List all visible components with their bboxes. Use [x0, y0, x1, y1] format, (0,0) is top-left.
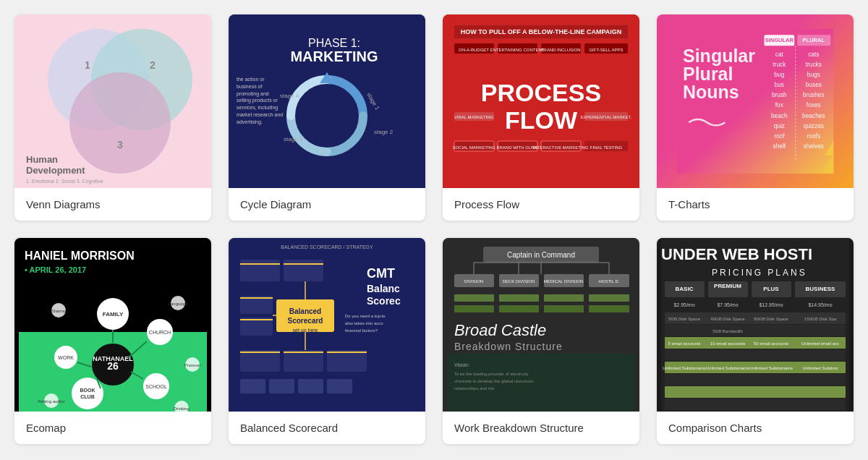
svg-text:truck: truck — [773, 61, 786, 68]
thumbnail-venn: 1 2 3 Human Development 1. Emotional 2. … — [14, 14, 211, 188]
svg-text:PREMIUM: PREMIUM — [714, 283, 741, 289]
svg-rect-163 — [589, 305, 629, 312]
svg-text:stage 3: stage 3 — [284, 136, 303, 142]
svg-text:Broad Castle: Broad Castle — [454, 321, 546, 339]
card-label-balanced: Balanced Scorecard — [229, 412, 425, 444]
svg-rect-125 — [327, 350, 367, 372]
card-balanced-scorecard[interactable]: BALANCED SCORECARD / STRATEGY CMT Balanc… — [229, 238, 425, 444]
svg-rect-139 — [327, 379, 352, 393]
svg-text:BUSINESS: BUSINESS — [806, 286, 836, 292]
svg-rect-122 — [284, 263, 323, 265]
svg-text:$7.95/mo: $7.95/mo — [717, 302, 738, 307]
card-label-tchart: T-Charts — [657, 188, 854, 221]
svg-text:financial factors?: financial factors? — [345, 328, 378, 333]
svg-text:INTERACTIVE MARKETING: INTERACTIVE MARKETING — [532, 145, 588, 150]
svg-text:WORK: WORK — [58, 355, 74, 360]
svg-text:Language: Language — [169, 302, 188, 306]
card-process-flow[interactable]: HOW TO PULL OFF A BELOW-THE-LINE CAMPAIG… — [443, 14, 639, 221]
svg-text:FAMILY: FAMILY — [103, 311, 124, 318]
svg-text:Pronoun: Pronoun — [184, 363, 201, 367]
svg-text:Unlimited Subdomains: Unlimited Subdomains — [749, 366, 793, 370]
svg-text:beaches: beaches — [802, 112, 825, 119]
svg-point-3 — [69, 72, 171, 174]
svg-text:stage 2: stage 2 — [374, 129, 393, 135]
card-work-breakdown[interactable]: Captain in Command DIVISION DECK DIVISIO… — [443, 238, 639, 444]
svg-rect-136 — [240, 379, 265, 393]
svg-text:MARKETING: MARKETING — [290, 48, 378, 64]
svg-text:$2.95/mo: $2.95/mo — [673, 302, 694, 307]
svg-text:Human: Human — [26, 154, 58, 165]
svg-text:BRAND INCLUSION: BRAND INCLUSION — [540, 48, 580, 52]
svg-text:Vision:: Vision: — [454, 362, 469, 367]
svg-text:VIRAL MARKETING: VIRAL MARKETING — [454, 115, 494, 119]
svg-text:PLURAL: PLURAL — [803, 37, 825, 43]
svg-text:BOOK: BOOK — [80, 388, 95, 393]
thumbnail-tchart: Singular Plural Nouns SINGULAR PLURAL ca… — [657, 14, 854, 188]
svg-rect-128 — [327, 352, 367, 353]
svg-rect-205 — [665, 386, 846, 398]
svg-text:• APRIL 26, 2017: • APRIL 26, 2017 — [25, 265, 86, 274]
card-comparison-charts[interactable]: UNDER WEB HOSTI PRICING PLANS BASIC PREM… — [657, 238, 854, 444]
card-label-work: Work Breakdown Structure — [443, 412, 639, 444]
svg-rect-160 — [454, 305, 494, 312]
svg-text:quiz: quiz — [774, 122, 785, 129]
card-cycle-diagram[interactable]: PHASE 1: MARKETING stage 1 stage 2 stage… — [229, 14, 425, 221]
thumbnail-work: Captain in Command DIVISION DECK DIVISIO… — [443, 238, 639, 412]
svg-rect-156 — [454, 294, 494, 302]
svg-text:BASIC: BASIC — [676, 286, 694, 292]
svg-rect-132 — [240, 319, 273, 320]
svg-text:SOCIAL MARKETING: SOCIAL MARKETING — [452, 145, 495, 150]
svg-text:roofs: roofs — [807, 132, 821, 140]
svg-text:SINGULAR: SINGULAR — [765, 37, 794, 43]
svg-text:BALANCED SCORECARD / STRATEGY: BALANCED SCORECARD / STRATEGY — [281, 244, 373, 250]
svg-text:PHASE 1:: PHASE 1: — [308, 37, 360, 49]
thumbnail-comparison: UNDER WEB HOSTI PRICING PLANS BASIC PREM… — [657, 238, 854, 412]
svg-text:shelf: shelf — [773, 142, 786, 150]
card-label-comparison: Comparison Charts — [657, 412, 854, 444]
card-ecomap[interactable]: HANIEL MORRISON • APRIL 26, 2017 NATHANA… — [14, 238, 211, 444]
svg-text:Development: Development — [26, 165, 85, 176]
svg-text:BRAND WITH GUNS: BRAND WITH GUNS — [497, 145, 538, 150]
svg-text:CHURCH: CHURCH — [149, 330, 171, 335]
svg-text:Scorecard: Scorecard — [288, 317, 323, 325]
svg-text:GIFT-SELL APPS: GIFT-SELL APPS — [589, 48, 623, 52]
svg-text:FLOW: FLOW — [505, 106, 578, 134]
svg-text:bugs: bugs — [807, 71, 820, 78]
svg-text:brushes: brushes — [803, 91, 825, 98]
thumbnail-process: HOW TO PULL OFF A BELOW-THE-LINE CAMPAIG… — [443, 14, 639, 188]
svg-text:Sharing: Sharing — [51, 309, 67, 313]
svg-text:5GB Disk Space: 5GB Disk Space — [668, 317, 701, 321]
svg-text:bug: bug — [774, 71, 784, 78]
svg-text:PROCESS: PROCESS — [481, 79, 601, 106]
svg-text:cats: cats — [808, 51, 819, 58]
svg-rect-127 — [284, 352, 323, 353]
svg-text:FINAL TESTING: FINAL TESTING — [590, 145, 623, 150]
svg-text:EXPERIENTIAL MARKET.: EXPERIENTIAL MARKET. — [581, 115, 632, 119]
svg-rect-119 — [240, 260, 280, 281]
svg-text:ON-A-BUDGET: ON-A-BUDGET — [459, 48, 489, 52]
svg-text:Unlimited Subdomains: Unlimited Subdomains — [663, 366, 706, 370]
svg-text:trucks: trucks — [806, 61, 822, 68]
svg-text:Scorec: Scorec — [367, 295, 401, 307]
svg-text:foxes: foxes — [807, 101, 821, 108]
svg-text:beach: beach — [771, 112, 788, 119]
svg-text:roof: roof — [774, 132, 785, 140]
svg-text:Captain in Command: Captain in Command — [507, 251, 575, 259]
svg-text:relationships and the: relationships and the — [454, 386, 495, 391]
svg-rect-159 — [589, 294, 629, 302]
card-t-charts[interactable]: Singular Plural Nouns SINGULAR PLURAL ca… — [657, 14, 854, 221]
svg-text:CLUB: CLUB — [80, 394, 94, 399]
svg-text:5GB Bandwidth: 5GB Bandwidth — [712, 329, 743, 333]
svg-text:3: 3 — [117, 139, 123, 150]
card-venn-diagrams[interactable]: 1 2 3 Human Development 1. Emotional 2. … — [14, 14, 211, 221]
svg-rect-162 — [544, 305, 584, 312]
svg-text:Balanc: Balanc — [367, 283, 400, 294]
thumbnail-cycle: PHASE 1: MARKETING stage 1 stage 2 stage… — [229, 14, 425, 188]
svg-text:50 email accounts: 50 email accounts — [754, 341, 788, 346]
svg-rect-131 — [240, 297, 273, 299]
svg-rect-158 — [544, 294, 584, 302]
card-label-process: Process Flow — [443, 188, 639, 221]
svg-text:Nouns: Nouns — [683, 82, 739, 102]
svg-text:also takes into acco: also takes into acco — [345, 321, 383, 325]
svg-text:Unlimited email acc: Unlimited email acc — [801, 341, 839, 346]
